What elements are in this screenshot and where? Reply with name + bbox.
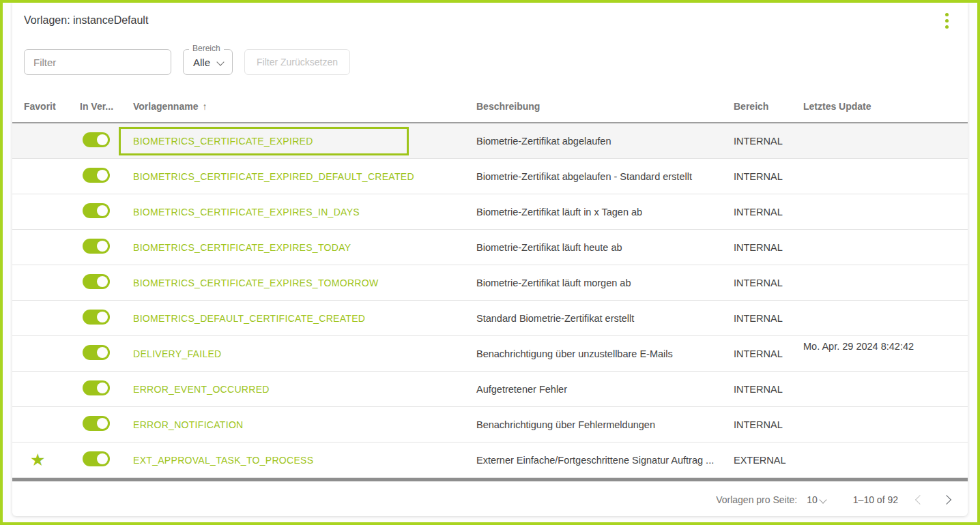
scope-cell: INTERNAL: [734, 278, 803, 288]
description-cell: Biometrie-Zertifikat läuft in x Tagen ab: [476, 207, 734, 217]
horizontal-scrollbar[interactable]: [12, 478, 968, 481]
description-cell: Standard Biometrie-Zertifikat erstellt: [476, 313, 734, 324]
in-use-toggle[interactable]: [83, 345, 110, 360]
table-row: ★ BIOMETRICS_CERTIFICATE_EXPIRES_IN_DAYS…: [12, 194, 968, 230]
last-update-cell: [803, 301, 956, 335]
chevron-right-icon[interactable]: [939, 492, 955, 508]
in-use-toggle[interactable]: [83, 239, 110, 254]
template-name-link[interactable]: EXT_APPROVAL_TASK_TO_PROCESS: [133, 455, 313, 466]
filter-input[interactable]: [24, 49, 171, 75]
in-use-toggle[interactable]: [83, 274, 110, 289]
in-use-toggle[interactable]: [83, 310, 110, 325]
name-focus-box: EXT_APPROVAL_TASK_TO_PROCESS: [133, 455, 476, 466]
description-cell: Aufgetretener Fehler: [476, 384, 734, 395]
template-name-link[interactable]: DELIVERY_FAILED: [133, 348, 222, 359]
table-row: ★ BIOMETRICS_CERTIFICATE_EXPIRED_DEFAULT…: [12, 159, 968, 194]
page-range-label: 1–10 of 92: [853, 494, 898, 505]
name-cell: BIOMETRICS_DEFAULT_CERTIFICATE_CREATED: [133, 313, 476, 324]
more-vertical-icon[interactable]: [941, 9, 953, 33]
name-cell: BIOMETRICS_CERTIFICATE_EXPIRES_TOMORROW: [133, 278, 476, 288]
description-cell: Benachrichtigung über unzustellbare E-Ma…: [476, 348, 734, 359]
template-name-link[interactable]: BIOMETRICS_DEFAULT_CERTIFICATE_CREATED: [133, 313, 365, 324]
template-name-link[interactable]: BIOMETRICS_CERTIFICATE_EXPIRES_IN_DAYS: [133, 207, 360, 217]
description-cell: Biometrie-Zertifikat abgelaufen: [476, 136, 734, 147]
scope-cell: INTERNAL: [734, 136, 803, 147]
table-row: ★ ERROR_EVENT_OCCURRED Aufgetretener Feh…: [12, 372, 968, 407]
template-name-link[interactable]: ERROR_EVENT_OCCURRED: [133, 384, 270, 395]
chevron-down-icon: [217, 59, 224, 65]
chevron-down-icon: [819, 496, 827, 505]
sort-ascending-icon: ↑: [202, 101, 207, 112]
last-update-cell: [803, 265, 956, 300]
in-use-toggle[interactable]: [83, 168, 110, 183]
bereich-select-label: Bereich: [189, 44, 224, 53]
last-update-cell: [803, 123, 956, 158]
scope-cell: INTERNAL: [734, 207, 803, 217]
template-name-link[interactable]: BIOMETRICS_CERTIFICATE_EXPIRED_DEFAULT_C…: [133, 171, 414, 182]
last-update-cell: [803, 194, 956, 229]
name-cell: BIOMETRICS_CERTIFICATE_EXPIRED: [133, 127, 476, 155]
in-use-toggle[interactable]: [83, 132, 110, 147]
table-row: ★ BIOMETRICS_CERTIFICATE_EXPIRES_TODAY B…: [12, 230, 968, 265]
favorit-cell: ★: [24, 416, 80, 433]
favorit-cell: ★: [24, 239, 80, 256]
name-focus-box: BIOMETRICS_CERTIFICATE_EXPIRED: [119, 127, 409, 155]
name-focus-box: DELIVERY_FAILED: [133, 348, 476, 359]
template-name-link[interactable]: BIOMETRICS_CERTIFICATE_EXPIRES_TODAY: [133, 242, 351, 253]
scope-cell: INTERNAL: [734, 313, 803, 324]
in-use-cell: [80, 168, 133, 185]
name-cell: BIOMETRICS_CERTIFICATE_EXPIRES_IN_DAYS: [133, 207, 476, 217]
table-row: ★ EXT_APPROVAL_TASK_TO_PROCESS Externer …: [12, 442, 968, 478]
in-use-toggle[interactable]: [83, 380, 110, 395]
in-use-toggle[interactable]: [83, 451, 110, 466]
page-title: Vorlagen: instanceDefault: [24, 14, 148, 27]
header-vorlagenname[interactable]: Vorlagenname↑: [133, 101, 476, 112]
favorit-cell: ★: [24, 274, 80, 291]
filter-reset-button[interactable]: Filter Zurücksetzen: [244, 49, 350, 75]
in-use-cell: [80, 310, 133, 327]
in-use-cell: [80, 274, 133, 291]
page-size-select[interactable]: 10: [807, 494, 827, 505]
in-use-cell: [80, 380, 133, 397]
name-cell: BIOMETRICS_CERTIFICATE_EXPIRES_TODAY: [133, 242, 476, 253]
template-name-link[interactable]: BIOMETRICS_CERTIFICATE_EXPIRED: [133, 136, 313, 147]
last-update-cell: [803, 230, 956, 265]
title-bar: Vorlagen: instanceDefault: [12, 3, 968, 38]
last-update-cell: [803, 372, 956, 406]
scope-cell: EXTERNAL: [734, 455, 803, 466]
template-name-link[interactable]: ERROR_NOTIFICATION: [133, 419, 243, 430]
name-focus-box: BIOMETRICS_CERTIFICATE_EXPIRED_DEFAULT_C…: [133, 171, 476, 182]
table-header: Favorit In Ver... Vorlagenname↑ Beschrei…: [12, 90, 968, 123]
bereich-select[interactable]: Bereich Alle: [183, 49, 233, 75]
scope-cell: INTERNAL: [734, 419, 803, 430]
table-body: ★ BIOMETRICS_CERTIFICATE_EXPIRED Biometr…: [12, 123, 968, 478]
chevron-left-icon[interactable]: [910, 492, 927, 508]
favorit-cell: ★: [24, 451, 80, 468]
in-use-cell: [80, 345, 133, 362]
name-cell: EXT_APPROVAL_TASK_TO_PROCESS: [133, 455, 476, 466]
header-bereich: Bereich: [734, 101, 803, 112]
in-use-cell: [80, 416, 133, 433]
table-row: ★ BIOMETRICS_CERTIFICATE_EXPIRED Biometr…: [12, 123, 968, 159]
table-row: ★ ERROR_NOTIFICATION Benachrichtigung üb…: [12, 407, 968, 442]
templates-card: Vorlagen: instanceDefault Bereich Alle F…: [12, 3, 968, 516]
per-page-label: Vorlagen pro Seite:: [716, 494, 797, 505]
description-cell: Benachrichtigung über Fehlermeldungen: [476, 419, 734, 430]
scope-cell: INTERNAL: [734, 242, 803, 253]
favorit-cell: ★: [24, 132, 80, 149]
description-cell: Biometrie-Zertifikat läuft heute ab: [476, 242, 734, 253]
favorit-cell: ★: [24, 168, 80, 185]
favorit-cell: ★: [24, 310, 80, 327]
header-beschreibung: Beschreibung: [476, 101, 734, 112]
description-cell: Biometrie-Zertifikat abgelaufen - Standa…: [476, 171, 734, 182]
in-use-toggle[interactable]: [83, 203, 110, 218]
name-focus-box: ERROR_EVENT_OCCURRED: [133, 384, 476, 395]
pagination-footer: Vorlagen pro Seite: 10 1–10 of 92: [12, 483, 968, 516]
template-name-link[interactable]: BIOMETRICS_CERTIFICATE_EXPIRES_TOMORROW: [133, 278, 378, 288]
table-row: ★ BIOMETRICS_CERTIFICATE_EXPIRES_TOMORRO…: [12, 265, 968, 301]
star-icon[interactable]: ★: [24, 451, 45, 468]
page-size-value: 10: [807, 494, 818, 505]
bereich-select-value: Alle: [193, 57, 210, 68]
in-use-toggle[interactable]: [83, 416, 110, 431]
header-in-use: In Ver...: [80, 101, 133, 112]
